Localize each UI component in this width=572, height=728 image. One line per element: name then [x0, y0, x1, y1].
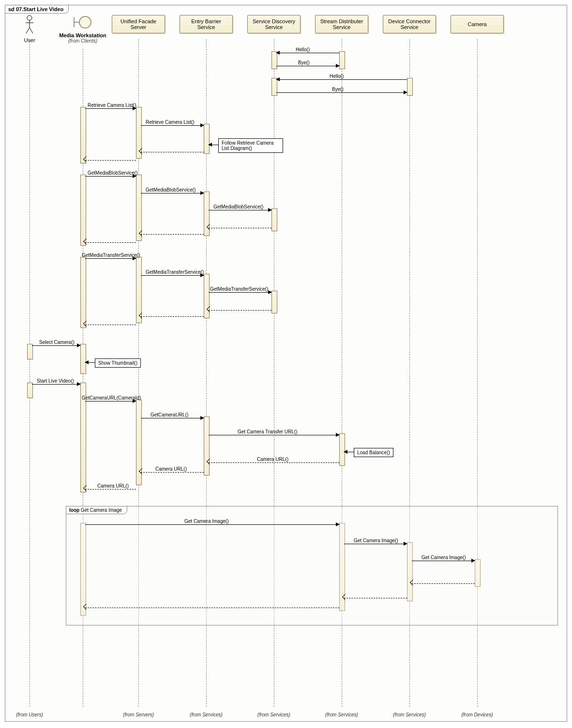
- activation: [407, 78, 413, 96]
- activation: [339, 51, 345, 69]
- return-arrow: [85, 608, 339, 609]
- svg-point-7: [79, 16, 91, 28]
- activation: [204, 124, 210, 154]
- message-label: GetMediaBlobService(): [146, 187, 196, 193]
- return-arrow: [141, 152, 204, 153]
- return-arrow: [85, 160, 136, 161]
- lifeline-box: Entry Barrier Service: [180, 15, 233, 33]
- return-arrow: [209, 228, 271, 229]
- message-label: Camera URL(): [97, 483, 129, 489]
- message-label: GetMediaBlobService(): [213, 204, 263, 209]
- lifeline-stereotype: (from Clients): [56, 38, 109, 44]
- lifeline-unified-facade: Unified Facade Server: [112, 15, 165, 33]
- message-label: Select Camera(): [39, 340, 75, 345]
- from-label: (from Services): [385, 712, 434, 717]
- message-arrow: [276, 66, 339, 66]
- return-arrow: [85, 242, 136, 243]
- activation: [271, 291, 277, 313]
- lifeline-box: Stream Distributer Service: [315, 15, 368, 33]
- return-arrow: [209, 462, 339, 463]
- message-arrow: [209, 210, 271, 210]
- from-label: (from Services): [317, 712, 366, 717]
- message-label: Get Camera Image(): [354, 538, 398, 543]
- message-label: GetMediaTransferService(): [210, 286, 268, 292]
- svg-point-0: [27, 15, 32, 20]
- message-arrow: [209, 435, 339, 435]
- from-label: (from Services): [182, 712, 230, 717]
- activation: [80, 107, 86, 163]
- message-label: Retrieve Camera List(): [88, 103, 136, 108]
- message-label: Bye(): [298, 60, 310, 65]
- lifeline-media-workstation: Media Workstation (from Clients): [56, 15, 109, 44]
- message-label: GetMediaBlobService(): [88, 170, 137, 176]
- lifeline-label: Media Workstation: [56, 32, 109, 38]
- message-arrow: [85, 362, 95, 363]
- message-label: GetCameraURL(): [151, 412, 188, 417]
- lifeline-device-connector: Device Connector Service: [383, 15, 436, 33]
- message-arrow: [141, 125, 204, 126]
- message-label: Bye(): [332, 87, 344, 92]
- activation: [80, 257, 86, 328]
- message-label: Hello(): [330, 74, 344, 79]
- message-label: Camera URL(): [155, 466, 187, 472]
- sequence-diagram-frame: sd 07.Start Live Video User Media Workst…: [5, 5, 567, 722]
- message-arrow: [344, 544, 407, 544]
- message-arrow: [412, 561, 475, 561]
- boundary-icon: [73, 15, 92, 30]
- message-arrow: [85, 401, 136, 401]
- message-label: Get Camera Image(): [421, 555, 466, 560]
- activation: [204, 416, 210, 475]
- self-message: Follow Retrieve Camera List Diagram(): [218, 138, 283, 153]
- return-arrow: [141, 472, 204, 473]
- message-arrow: [85, 524, 339, 525]
- message-arrow: [85, 176, 136, 177]
- return-arrow: [412, 583, 475, 584]
- return-arrow: [85, 325, 136, 326]
- message-arrow: [32, 384, 80, 385]
- message-label: GetCameraURL(CameraId): [82, 395, 141, 401]
- activation: [271, 208, 277, 231]
- message-label: Retrieve Camera List(): [146, 119, 195, 125]
- message-arrow: [276, 79, 407, 80]
- from-label: (from Users): [5, 712, 54, 717]
- message-arrow: [141, 275, 204, 276]
- activation: [80, 344, 86, 374]
- message-label: Get Camera Transfer URL(): [238, 429, 297, 434]
- message-arrow: [141, 193, 204, 193]
- message-label: Camera URL(): [257, 457, 288, 462]
- return-arrow: [209, 310, 271, 311]
- message-arrow: [85, 258, 136, 259]
- message-arrow: [32, 345, 80, 346]
- lifeline-box: Camera: [451, 15, 504, 33]
- lifeline-box: Service Discovery Service: [247, 15, 301, 33]
- svg-line-3: [26, 28, 30, 33]
- lifeline-line: [30, 39, 30, 707]
- return-arrow: [344, 598, 407, 599]
- message-label: Start Live Video(): [37, 378, 74, 384]
- actor-icon: [25, 15, 34, 34]
- return-arrow: [141, 316, 204, 317]
- activation: [80, 175, 86, 246]
- lifeline-box: Device Connector Service: [383, 15, 436, 33]
- message-label: Hello(): [296, 47, 310, 52]
- from-label: (from Servers): [114, 712, 163, 717]
- message-arrow: [209, 145, 218, 145]
- lifeline-stream-distributer: Stream Distributer Service: [315, 15, 368, 33]
- self-message: Show Thumbnail(): [95, 358, 141, 368]
- return-arrow: [141, 234, 204, 235]
- message-label: GetMediaTransferService(): [146, 269, 204, 275]
- from-label: (from Services): [250, 712, 298, 717]
- return-arrow: [85, 489, 136, 490]
- loop-title: loop loop Get Camera ImageGet Camera Ima…: [66, 506, 127, 514]
- svg-line-4: [30, 28, 33, 33]
- lifeline-service-discovery: Service Discovery Service: [247, 15, 301, 33]
- self-message: Load Balance(): [354, 448, 393, 457]
- activation: [27, 344, 33, 359]
- message-arrow: [276, 53, 339, 53]
- message-label: GetMediaTransferService(): [82, 253, 140, 258]
- message-arrow: [276, 92, 407, 93]
- message-label: Get Camera Image(): [184, 519, 229, 524]
- from-label: (from Devices): [453, 712, 501, 717]
- activation: [27, 383, 33, 398]
- lifeline-box: Unified Facade Server: [112, 15, 165, 33]
